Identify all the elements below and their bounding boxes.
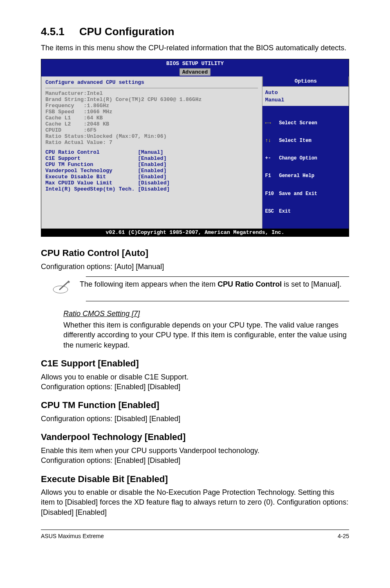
c1e-heading: C1E Support [Enabled] [41, 357, 349, 370]
footer-right: 4-25 [338, 532, 349, 540]
bios-right-panel: Options Auto Manual ←→Select Screen ↑↓Se… [262, 76, 349, 228]
section-number: 4.5.1 [41, 25, 65, 38]
section-intro: The items in this menu show the CPU-rela… [41, 43, 349, 53]
bios-screenshot: BIOS SETUP UTILITY Advanced Configure ad… [41, 59, 349, 237]
bios-header-text: BIOS SETUP UTILITY [166, 61, 224, 67]
hint-general-help: General Help [279, 173, 314, 179]
arrow-ud-icon: ↑↓ [265, 138, 279, 144]
hint-exit: Exit [279, 209, 291, 214]
cpu-tm-heading: CPU TM Function [Enabled] [41, 399, 349, 411]
ratio-cmos-heading: Ratio CMOS Setting [7] [63, 309, 349, 319]
exec-disable-heading: Execute Disable Bit [Enabled] [41, 473, 349, 485]
bios-left-panel: Configure advanced CPU settings Manufact… [41, 76, 262, 228]
key-plusminus: +- [265, 155, 279, 161]
note-bold: CPU Ratio Control [217, 280, 282, 288]
bios-options-body: Auto Manual [262, 87, 349, 106]
section-heading: 4.5.1 CPU Configuration [41, 25, 349, 39]
c1e-line2: Configuration options: [Enabled] [Disabl… [41, 382, 349, 392]
page-footer: ASUS Maximus Extreme 4-25 [41, 530, 349, 540]
hint-select-screen: Select Screen [279, 120, 317, 126]
bios-subtitle: Configure advanced CPU settings [45, 79, 258, 88]
arrow-lr-icon: ←→ [265, 120, 279, 126]
bios-tab-advanced: Advanced [179, 68, 211, 76]
bios-footer: v02.61 (C)Copyright 1985-2007, American … [41, 229, 349, 237]
exec-disable-text: Allows you to enable or disable the No-E… [41, 487, 349, 517]
bios-help-hints: ←→Select Screen ↑↓Select Item +-Change O… [262, 106, 349, 229]
hint-select-item: Select Item [279, 138, 311, 144]
key-f10: F10 [265, 191, 279, 197]
bios-settings-block: CPU Ratio Control [Manual] C1E Support [… [45, 150, 258, 193]
note-icon [47, 279, 72, 298]
vanderpool-line1: Enable this item when your CPU supports … [41, 446, 349, 456]
vanderpool-line2: Configuration options: [Enabled] [Disabl… [41, 456, 349, 465]
section-title-text: CPU Configuration [79, 25, 175, 38]
key-esc: ESC [265, 209, 279, 214]
cpu-tm-text: Configuration options: [Disabled] [Enabl… [41, 414, 349, 424]
note-suffix: is set to [Manual]. [282, 280, 341, 288]
note-text: The following item appears when the item… [80, 279, 349, 289]
c1e-line1: Allows you to enable or disable C1E Supp… [41, 372, 349, 382]
ratio-cmos-text: Whether this item is configurable depend… [63, 320, 349, 350]
hint-change-option: Change Option [279, 155, 317, 161]
cpu-ratio-heading: CPU Ratio Control [Auto] [41, 247, 349, 259]
bios-header: BIOS SETUP UTILITY Advanced [41, 59, 349, 76]
cpu-ratio-text: Configuration options: [Auto] [Manual] [41, 262, 349, 272]
footer-left: ASUS Maximus Extreme [41, 532, 104, 540]
hint-save-exit: Save and Exit [279, 191, 317, 197]
vanderpool-heading: Vanderpool Technology [Enabled] [41, 431, 349, 443]
key-f1: F1 [265, 173, 279, 179]
note-prefix: The following item appears when the item [80, 280, 217, 288]
note-block: The following item appears when the item… [86, 276, 349, 301]
bios-info-block: Manufacturer:Intel Brand String:Intel(R)… [45, 91, 258, 146]
bios-options-header: Options [262, 76, 349, 87]
